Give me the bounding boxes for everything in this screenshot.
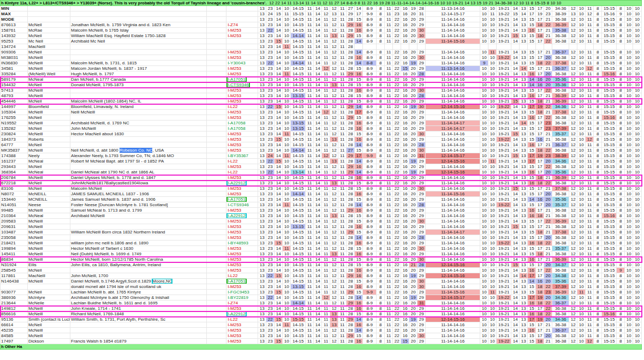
kit-number[interactable]: 293443	[1, 164, 28, 170]
kit-number[interactable]: 209583	[1, 219, 28, 224]
marker-value: 15	[528, 39, 536, 44]
kit-number[interactable]: 95136	[1, 317, 28, 322]
marker-value: 8	[594, 110, 602, 115]
marker-value: 10	[625, 284, 633, 290]
kit-number[interactable]: N146438	[1, 279, 28, 284]
kit-number[interactable]: 209631	[1, 224, 28, 230]
marker-value: 19-22	[497, 339, 511, 344]
marker-value: 14	[275, 235, 283, 241]
country-cell	[207, 339, 226, 344]
marker-value: 8	[377, 50, 385, 55]
kit-number[interactable]: 876613	[1, 22, 28, 28]
marker-value: 10	[488, 93, 497, 99]
kit-number[interactable]: 213644	[1, 301, 28, 306]
kit-number[interactable]: 48793	[1, 93, 28, 99]
marker-value: 11-14-14-16	[426, 148, 480, 153]
marker-value: 36-38	[552, 241, 569, 246]
kit-number[interactable]: 158761	[1, 28, 28, 33]
kit-number[interactable]: 161237	[1, 159, 28, 164]
kit-number[interactable]: 335284	[1, 71, 28, 77]
marker-value: 11	[322, 39, 330, 44]
marker-value: 14-15	[291, 235, 306, 241]
kit-number[interactable]: MI38031	[1, 55, 28, 61]
marker-value: 14	[511, 219, 520, 224]
result-row: 86834McNeillHector McNeill, born 12/12/1…	[1, 257, 642, 262]
marker-value: 20	[409, 268, 418, 273]
marker-value: 10	[577, 186, 586, 191]
kit-number[interactable]: MK35837	[1, 148, 28, 153]
kit-number[interactable]: 145411	[1, 251, 28, 257]
kit-number[interactable]: 105304	[1, 110, 28, 115]
kit-number[interactable]: 84585	[1, 333, 28, 339]
marker-value: 11	[586, 230, 594, 235]
kit-number[interactable]: 143932	[1, 33, 28, 39]
kit-number[interactable]: 57413	[1, 88, 28, 93]
kit-number[interactable]: 154432	[1, 82, 28, 88]
marker-value: 11	[322, 246, 330, 251]
marker-value: 11	[322, 170, 330, 175]
kit-number[interactable]: 176255	[1, 115, 28, 121]
kit-number[interactable]: 386936	[1, 295, 28, 301]
marker-value: 14-15	[291, 50, 306, 55]
marker-value: 15	[275, 104, 283, 110]
kit-number[interactable]: 909306	[1, 50, 28, 55]
kit-number[interactable]: N14051	[1, 202, 28, 208]
kit-number[interactable]: 218421	[1, 241, 28, 246]
kit-number[interactable]: 206784	[1, 175, 28, 181]
kit-number[interactable]: 230824	[1, 131, 28, 137]
marker-value: 21	[544, 322, 552, 328]
ancestor-name: Neil McNeill, d. abt 1800 Robeson Co. NC…	[70, 148, 207, 153]
kit-number[interactable]: 135282	[1, 126, 28, 131]
marker-value: 17	[536, 224, 544, 230]
marker-value: 11	[322, 126, 330, 131]
marker-value: 10	[480, 241, 488, 246]
kit-number[interactable]: 153440	[1, 197, 28, 202]
kit-number[interactable]: 103487	[1, 230, 28, 235]
marker-value: 15-15	[602, 235, 617, 241]
kit-number[interactable]: IN36830	[1, 61, 28, 66]
kit-number[interactable]: 34581	[1, 66, 28, 71]
kit-number[interactable]: 174388	[1, 153, 28, 159]
kit-number[interactable]: 454446	[1, 99, 28, 104]
kit-number[interactable]: 903077	[1, 290, 28, 295]
kit-number[interactable]	[1, 284, 28, 290]
kit-number[interactable]: 64777	[1, 142, 28, 148]
kit-number[interactable]: 210364	[1, 213, 28, 219]
kit-number[interactable]: 117861	[1, 273, 28, 279]
kit-number[interactable]: N19552	[1, 121, 28, 126]
kit-number[interactable]: 672218	[1, 181, 28, 186]
kit-number[interactable]: 83106	[1, 186, 28, 191]
marker-value: 12-14-15-16	[426, 104, 480, 110]
kit-number[interactable]: 235058	[1, 235, 28, 241]
kit-number[interactable]: 184373	[1, 137, 28, 142]
marker-value: 8-9	[363, 71, 377, 77]
marker-value: 10	[625, 246, 633, 251]
marker-value: 21	[544, 175, 552, 181]
kit-number[interactable]: 66614	[1, 322, 28, 328]
marker-value: 18	[536, 290, 544, 295]
kit-number[interactable]: 149812	[1, 306, 28, 311]
kit-number[interactable]: 134724	[1, 44, 28, 50]
kit-number[interactable]: 589179	[1, 77, 28, 82]
marker-value: 8-9	[363, 104, 377, 110]
marker-value: 8	[594, 333, 602, 339]
kit-number[interactable]: 368364	[1, 170, 28, 175]
kit-number[interactable]: 99485	[1, 208, 28, 213]
kit-number[interactable]: 856616	[1, 311, 28, 317]
marker-value: 13	[258, 77, 266, 82]
kit-number[interactable]: 17497	[1, 339, 28, 344]
kit-number[interactable]: 199894	[1, 246, 28, 251]
kit-number[interactable]: 144997	[1, 104, 28, 110]
blank-cell	[226, 17, 258, 22]
marker-value: 22	[393, 99, 401, 104]
kit-number[interactable]: 258545	[1, 268, 28, 273]
marker-value: 22	[544, 148, 552, 153]
kit-number[interactable]: N31924	[1, 262, 28, 268]
marker-value: 8-9	[363, 202, 377, 208]
kit-number[interactable]: 45235	[1, 328, 28, 333]
kit-number[interactable]: N8072	[1, 191, 28, 197]
kit-number[interactable]: 95253	[1, 39, 28, 44]
kit-number[interactable]: 86834	[1, 257, 28, 262]
marker-value: 19-21	[497, 317, 511, 322]
marker-value: 11	[322, 82, 330, 88]
